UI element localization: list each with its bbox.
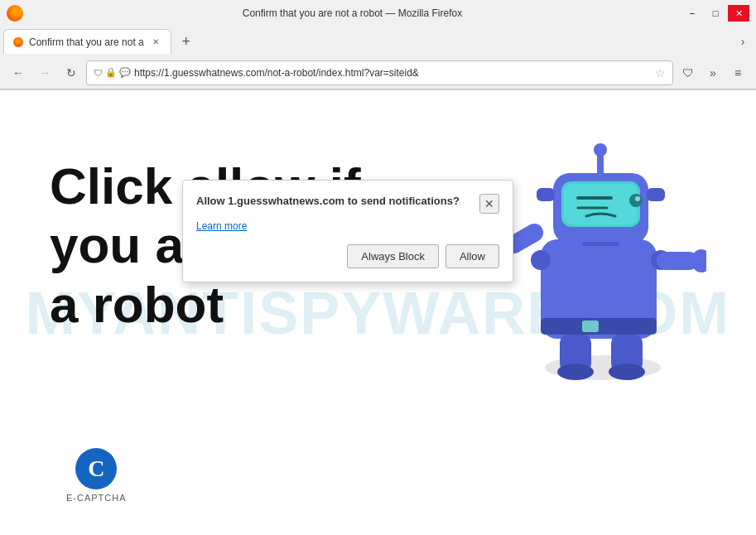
svg-point-12: [594, 143, 607, 157]
nav-right-buttons: 🛡 » ≡: [677, 61, 749, 84]
always-block-button[interactable]: Always Block: [347, 244, 439, 268]
address-bar-icons: 🛡 🔒 💬: [94, 67, 131, 78]
svg-point-24: [557, 364, 594, 380]
svg-point-28: [635, 196, 640, 201]
svg-rect-8: [564, 184, 638, 224]
ecaptcha-label: E-CAPTCHA: [66, 493, 127, 503]
popup-close-button[interactable]: ✕: [479, 194, 499, 214]
svg-rect-14: [647, 188, 665, 201]
active-tab[interactable]: Confirm that you are not a ✕: [3, 29, 171, 54]
back-button[interactable]: ←: [7, 61, 30, 84]
title-bar: Confirm that you are not a robot — Mozil…: [0, 0, 756, 27]
svg-point-1: [16, 38, 22, 44]
window-controls: − □ ✕: [681, 5, 749, 22]
url-text: https://1.guesswhatnews.com/not-a-robot/…: [134, 67, 652, 79]
svg-point-22: [691, 249, 706, 272]
popup-header: Allow 1.guesswhatnews.com to send notifi…: [196, 194, 499, 214]
reload-button[interactable]: ↻: [60, 61, 83, 84]
svg-rect-5: [582, 321, 599, 332]
tab-favicon: [12, 36, 24, 48]
new-tab-button[interactable]: +: [175, 30, 198, 53]
svg-point-16: [531, 250, 551, 270]
svg-rect-13: [537, 188, 555, 201]
allow-button[interactable]: Allow: [445, 244, 499, 268]
nav-bar: ← → ↻ 🛡 🔒 💬 https://1.guesswhatnews.com/…: [0, 56, 756, 89]
svg-rect-15: [582, 242, 619, 246]
tab-title: Confirm that you are not a: [29, 36, 144, 48]
firefox-logo-icon: [7, 5, 23, 22]
popup-buttons: Always Block Allow: [196, 244, 499, 268]
lock-icon: 🔒: [105, 67, 117, 78]
menu-button[interactable]: ≡: [726, 61, 749, 84]
tab-chevron-button[interactable]: ›: [733, 31, 753, 51]
close-window-button[interactable]: ✕: [728, 5, 749, 22]
extensions-button[interactable]: »: [701, 61, 725, 84]
bookmark-icon[interactable]: ☆: [655, 66, 666, 80]
notification-popup: Allow 1.guesswhatnews.com to send notifi…: [182, 180, 513, 282]
minimize-button[interactable]: −: [681, 5, 703, 22]
learn-more-link[interactable]: Learn more: [196, 220, 247, 232]
shield-small-icon: 🛡: [94, 68, 103, 78]
maximize-button[interactable]: □: [705, 5, 726, 22]
svg-point-26: [609, 364, 645, 380]
address-bar[interactable]: 🛡 🔒 💬 https://1.guesswhatnews.com/not-a-…: [86, 60, 673, 85]
ecaptcha-logo: C E-CAPTCHA: [66, 448, 127, 503]
tab-bar: Confirm that you are not a ✕ + ›: [0, 27, 756, 56]
ecaptcha-logo-icon: C: [75, 448, 117, 489]
shield-button[interactable]: 🛡: [677, 61, 700, 84]
window-title: Confirm that you are not a robot — Mozil…: [23, 7, 681, 19]
forward-button[interactable]: →: [33, 61, 56, 84]
page-content: MYANTISPYWARE.COM Click allow if you are…: [0, 90, 756, 535]
speech-bubble-icon: 💬: [119, 67, 131, 78]
tab-close-button[interactable]: ✕: [149, 36, 162, 49]
popup-title: Allow 1.guesswhatnews.com to send notifi…: [196, 194, 473, 209]
